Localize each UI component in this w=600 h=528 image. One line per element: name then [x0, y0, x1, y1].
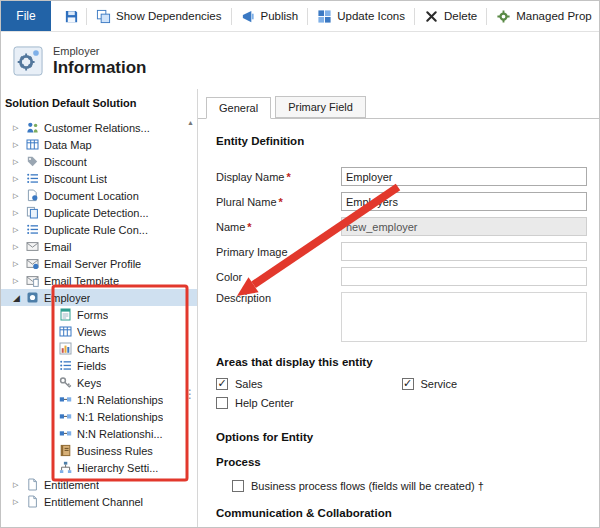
many-to-one-relationships-icon	[59, 410, 72, 423]
delete-button[interactable]: Delete	[415, 1, 486, 31]
sidebar-item-many-to-one-relationships[interactable]: N:1 Relationships	[1, 408, 197, 425]
business-process-flows-checkbox[interactable]: Business process flows (fields will be c…	[232, 480, 587, 492]
sidebar-item-data-map[interactable]: ▷ Data Map	[1, 136, 197, 153]
sidebar-item-customer-relationship[interactable]: ▷ Customer Relations...	[1, 119, 197, 136]
help-center-checkbox[interactable]: Help Center	[216, 397, 431, 409]
splitter-grip-icon[interactable]: ⋮	[184, 389, 196, 399]
file-menu-button[interactable]: File	[1, 1, 51, 31]
managed-properties-button[interactable]: Managed Prop	[487, 1, 600, 31]
service-checkbox[interactable]: Service	[402, 378, 588, 390]
sidebar-item-charts[interactable]: Charts	[1, 340, 197, 357]
primary-image-label: Primary Image	[216, 246, 341, 258]
discount-icon	[26, 155, 39, 168]
expand-arrow-icon[interactable]: ▷	[13, 175, 26, 183]
sidebar-item-business-rules[interactable]: Business Rules	[1, 442, 197, 459]
discount-list-icon	[26, 172, 39, 185]
required-asterisk: *	[247, 221, 251, 233]
save-icon	[64, 9, 79, 24]
sidebar-item-fields[interactable]: Fields	[1, 357, 197, 374]
expand-arrow-icon[interactable]: ▷	[13, 141, 26, 149]
expand-arrow-icon[interactable]: ▷	[13, 498, 26, 506]
sidebar-item-duplicate-rule[interactable]: ▷ Duplicate Rule Con...	[1, 221, 197, 238]
expand-arrow-icon[interactable]: ▷	[13, 158, 26, 166]
entitlement-channel-icon	[26, 495, 39, 508]
sidebar-item-email-template[interactable]: ▷ Email Template	[1, 272, 197, 289]
scrollbar-up-arrow[interactable]: ▲	[187, 119, 194, 126]
page-header: Employer Information	[1, 32, 599, 90]
checkbox-icon[interactable]	[216, 378, 228, 390]
delete-icon	[424, 9, 439, 24]
expand-arrow-icon[interactable]: ▷	[13, 209, 26, 217]
business-rules-icon	[59, 444, 72, 457]
sales-checkbox[interactable]: Sales	[216, 378, 402, 390]
expand-arrow-icon[interactable]: ▷	[13, 124, 26, 132]
solution-explorer: Solution Default Solution ▷ Customer Rel…	[1, 89, 198, 527]
show-dependencies-icon	[96, 9, 111, 24]
sidebar-item-hierarchy-settings[interactable]: Hierarchy Setti...	[1, 459, 197, 476]
sidebar-item-email[interactable]: ▷ Email	[1, 238, 197, 255]
sidebar-item-one-to-many-relationships[interactable]: 1:N Relationships	[1, 391, 197, 408]
email-server-profile-icon	[26, 257, 39, 270]
update-icons-icon	[317, 9, 332, 24]
sidebar-item-keys[interactable]: Keys	[1, 374, 197, 391]
one-to-many-relationships-icon	[59, 393, 72, 406]
tab-bar: General Primary Field	[198, 89, 599, 119]
expand-arrow-icon[interactable]: ▷	[13, 243, 26, 251]
command-bar: File Show Dependencies Publish Update Ic…	[1, 1, 599, 32]
document-location-icon	[26, 189, 39, 202]
expand-arrow-icon[interactable]: ▷	[13, 192, 26, 200]
sidebar-item-many-to-many-relationships[interactable]: N:N Relationshi...	[1, 425, 197, 442]
tab-primary-field[interactable]: Primary Field	[275, 96, 366, 118]
sidebar-item-entitlement-channel[interactable]: ▷ Entitlement Channel	[1, 493, 197, 510]
many-to-many-relationships-icon	[59, 427, 72, 440]
sidebar-item-views[interactable]: Views	[1, 323, 197, 340]
sidebar-item-document-location[interactable]: ▷ Document Location	[1, 187, 197, 204]
name-label: Name*	[216, 221, 341, 233]
sidebar-item-discount[interactable]: ▷ Discount	[1, 153, 197, 170]
keys-icon	[59, 376, 72, 389]
checkbox-icon[interactable]	[216, 397, 228, 409]
collapse-arrow-icon[interactable]: ◢	[13, 293, 26, 303]
sidebar-item-discount-list[interactable]: ▷ Discount List	[1, 170, 197, 187]
customer-relationship-icon	[26, 121, 39, 134]
expand-arrow-icon[interactable]: ▷	[13, 226, 26, 234]
sidebar-item-forms[interactable]: Forms	[1, 306, 197, 323]
sidebar-item-entitlement[interactable]: ▷ Entitlement	[1, 476, 197, 493]
section-entity-definition: Entity Definition	[216, 135, 587, 147]
expand-arrow-icon[interactable]: ▷	[13, 260, 26, 268]
display-name-label: Display Name*	[216, 171, 341, 183]
section-options-for-entity: Options for Entity	[216, 431, 587, 443]
tab-general[interactable]: General	[206, 97, 271, 119]
expand-arrow-icon[interactable]: ▷	[13, 481, 26, 489]
entity-form-pane: General Primary Field Entity Definition …	[198, 89, 599, 527]
data-map-icon	[26, 138, 39, 151]
entitlement-icon	[26, 478, 39, 491]
required-asterisk: *	[286, 171, 290, 183]
views-icon	[59, 325, 72, 338]
checkbox-icon[interactable]	[402, 378, 414, 390]
color-input[interactable]	[341, 267, 587, 286]
description-textarea[interactable]	[341, 292, 587, 342]
color-label: Color	[216, 271, 341, 283]
primary-image-input[interactable]	[341, 242, 587, 261]
expand-arrow-icon[interactable]: ▷	[13, 277, 26, 285]
hierarchy-settings-icon	[59, 461, 72, 474]
sidebar-item-duplicate-detection[interactable]: ▷ Duplicate Detection...	[1, 204, 197, 221]
save-button[interactable]	[57, 1, 86, 31]
plural-name-label: Plural Name*	[216, 196, 341, 208]
sidebar-item-email-server-profile[interactable]: ▷ Email Server Profile	[1, 255, 197, 272]
solution-title: Solution Default Solution	[1, 89, 197, 119]
display-name-input[interactable]	[341, 167, 587, 186]
email-template-icon	[26, 274, 39, 287]
sidebar-item-employer[interactable]: ◢ Employer	[1, 289, 197, 306]
duplicate-detection-icon	[26, 206, 39, 219]
update-icons-button[interactable]: Update Icons	[308, 1, 414, 31]
entity-name-subtitle: Employer	[53, 45, 147, 57]
checkbox-icon[interactable]	[232, 480, 244, 492]
plural-name-input[interactable]	[341, 192, 587, 211]
description-label: Description	[216, 292, 341, 304]
charts-icon	[59, 342, 72, 355]
publish-button[interactable]: Publish	[232, 1, 308, 31]
publish-icon	[241, 9, 256, 24]
show-dependencies-button[interactable]: Show Dependencies	[87, 1, 231, 31]
